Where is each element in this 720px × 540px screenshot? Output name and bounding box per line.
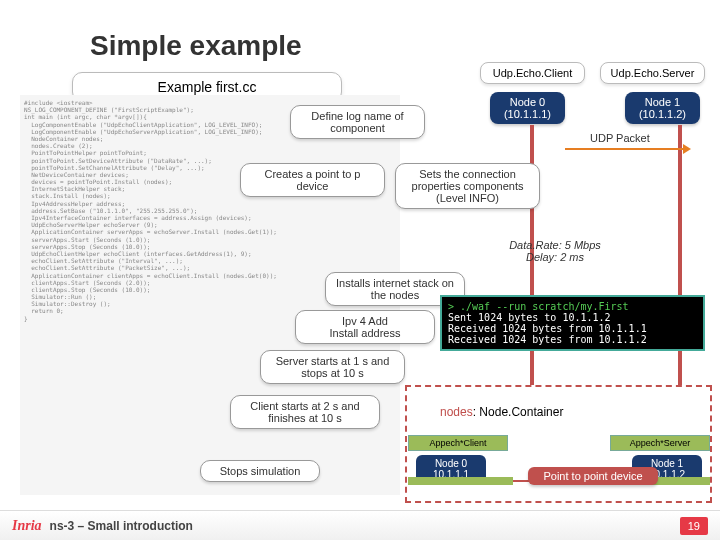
callout-ipv4: Ipv 4 Add Install address bbox=[295, 310, 435, 344]
terminal-line: Received 1024 bytes from 10.1.1.1 bbox=[448, 323, 697, 334]
appech-client-box: Appech*Client bbox=[408, 435, 508, 451]
footer-title: ns-3 – Small introduction bbox=[50, 519, 193, 533]
nodes-container-type: : Node.Container bbox=[473, 405, 564, 419]
footer: Inria ns-3 – Small introduction 19 bbox=[0, 510, 720, 540]
inria-logo: Inria bbox=[12, 518, 42, 534]
terminal-line: Received 1024 bytes from 10.1.1.2 bbox=[448, 334, 697, 345]
nodes-container-label: nodes: Node.Container bbox=[440, 405, 563, 419]
terminal-output: > ./waf --run scratch/my.First Sent 1024… bbox=[440, 295, 705, 351]
callout-stops: Stops simulation bbox=[200, 460, 320, 482]
terminal-prompt: > ./waf --run scratch/my.First bbox=[448, 301, 629, 312]
callout-define-log: Define log name of component bbox=[290, 105, 425, 139]
udp-arrow bbox=[565, 148, 685, 150]
page-number: 19 bbox=[680, 517, 708, 535]
udp-server-label: Udp.Echo.Server bbox=[600, 62, 705, 84]
callout-client: Client starts at 2 s and finishes at 10 … bbox=[230, 395, 380, 429]
udp-packet-label: UDP Packet bbox=[590, 132, 650, 144]
callout-creates-device: Creates a point to p device bbox=[240, 163, 385, 197]
ptp-label: Point to point device bbox=[528, 467, 658, 485]
bottom-diagram: Appech*Client Appech*Server Node 0 10.1.… bbox=[408, 435, 710, 500]
terminal-line: Sent 1024 bytes to 10.1.1.2 bbox=[448, 312, 697, 323]
node1-top: Node 1 (10.1.1.2) bbox=[625, 92, 700, 124]
green-strip bbox=[408, 477, 513, 485]
callout-datarate: Data.Rate: 5 Mbps Delay: 2 ms bbox=[490, 235, 620, 267]
nodes-word: nodes bbox=[440, 405, 473, 419]
udp-client-label: Udp.Echo.Client bbox=[480, 62, 585, 84]
callout-server: Server starts at 1 s and stops at 10 s bbox=[260, 350, 405, 384]
appech-server-box: Appech*Server bbox=[610, 435, 710, 451]
node0-top: Node 0 (10.1.1.1) bbox=[490, 92, 565, 124]
slide-title: Simple example bbox=[90, 30, 302, 62]
callout-set-connection: Sets the connection properties component… bbox=[395, 163, 540, 209]
